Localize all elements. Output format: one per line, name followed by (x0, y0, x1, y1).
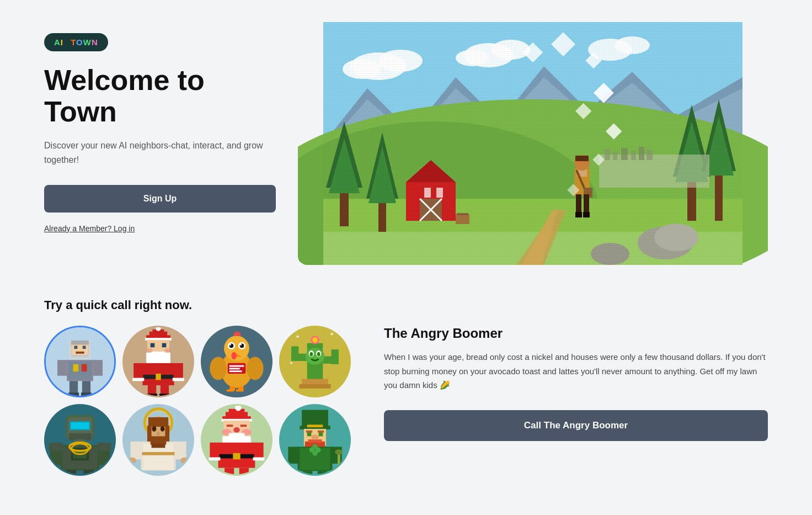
svg-rect-234 (318, 431, 324, 433)
svg-rect-78 (73, 364, 79, 371)
logo-letter-n: N (92, 38, 98, 47)
svg-point-201 (180, 457, 189, 463)
hero-pixel-scene (298, 22, 768, 265)
svg-rect-223 (253, 457, 265, 460)
svg-point-132 (210, 357, 227, 380)
svg-rect-104 (156, 374, 161, 380)
character-avatar-2[interactable] (122, 326, 194, 397)
svg-rect-145 (332, 349, 339, 364)
signup-button[interactable]: Sign Up (44, 185, 276, 213)
svg-rect-72 (74, 346, 78, 349)
call-button[interactable]: Call The Angry Boomer (384, 410, 768, 441)
character-info-panel: The Angry Boomer When I was your age, br… (384, 298, 768, 441)
bottom-section: Try a quick call right now. (44, 298, 768, 476)
svg-rect-85 (81, 392, 92, 396)
logo-letter-t: T (71, 38, 76, 47)
character-avatar-4[interactable] (279, 326, 351, 397)
logo-text: AI TOWN (54, 38, 98, 47)
svg-rect-189 (175, 442, 186, 459)
svg-rect-231 (307, 432, 312, 437)
logo-letter-o: O (76, 38, 83, 47)
svg-rect-222 (209, 457, 220, 460)
svg-rect-249 (303, 471, 312, 474)
svg-point-244 (312, 444, 318, 450)
svg-rect-187 (141, 452, 176, 455)
svg-point-122 (240, 344, 242, 346)
svg-rect-210 (241, 424, 247, 427)
svg-point-126 (231, 352, 237, 359)
svg-point-155 (317, 352, 320, 357)
svg-point-213 (233, 427, 239, 433)
svg-rect-146 (306, 348, 308, 349)
svg-rect-105 (133, 363, 143, 380)
svg-rect-168 (69, 433, 91, 440)
svg-rect-129 (229, 365, 244, 367)
logo-badge: AI TOWN (44, 33, 108, 51)
svg-rect-131 (229, 370, 242, 372)
svg-rect-214 (229, 433, 245, 437)
svg-point-238 (311, 434, 318, 440)
svg-rect-108 (173, 378, 184, 381)
svg-rect-149 (322, 348, 324, 349)
character-avatar-8[interactable] (279, 404, 351, 476)
character-grid (44, 326, 351, 476)
svg-rect-83 (82, 381, 90, 394)
svg-rect-225 (239, 468, 249, 474)
svg-rect-229 (307, 424, 323, 427)
svg-rect-193 (148, 417, 168, 427)
svg-rect-224 (225, 468, 234, 474)
svg-rect-106 (174, 363, 183, 380)
svg-rect-111 (147, 394, 157, 396)
svg-rect-209 (227, 424, 233, 427)
svg-rect-73 (83, 346, 86, 349)
svg-rect-178 (49, 443, 63, 451)
svg-rect-95 (162, 343, 167, 348)
svg-rect-247 (338, 452, 340, 472)
character-avatar-1[interactable] (44, 326, 116, 397)
svg-rect-219 (233, 453, 240, 459)
hero-title: Welcome to Town (44, 65, 276, 128)
character-avatar-5[interactable] (44, 404, 116, 476)
logo-letter-a: A (54, 38, 61, 47)
svg-rect-221 (254, 443, 263, 460)
svg-rect-197 (157, 432, 159, 436)
login-link[interactable]: Already a Member? Log in (44, 224, 135, 233)
hero-image (298, 22, 768, 265)
svg-rect-74 (76, 352, 84, 354)
svg-point-195 (152, 426, 157, 432)
character-description: When I was your age, bread only cost a n… (384, 350, 768, 392)
svg-point-200 (128, 457, 136, 463)
svg-point-248 (335, 449, 342, 455)
svg-rect-107 (132, 378, 144, 381)
character-avatar-6[interactable] (122, 404, 194, 476)
svg-rect-81 (93, 360, 103, 376)
svg-rect-77 (68, 362, 92, 379)
svg-rect-82 (70, 381, 78, 394)
svg-point-196 (161, 426, 165, 432)
svg-rect-143 (291, 346, 298, 361)
svg-rect-167 (71, 423, 89, 429)
logo-letter-w: W (83, 38, 92, 47)
character-avatar-3[interactable] (201, 326, 273, 397)
svg-rect-188 (130, 442, 142, 459)
svg-rect-181 (84, 470, 94, 474)
svg-point-151 (306, 348, 324, 365)
characters-section: Try a quick call right now. (44, 298, 351, 476)
svg-rect-137 (230, 390, 234, 392)
svg-rect-79 (82, 364, 87, 371)
svg-point-121 (229, 344, 231, 346)
character-name: The Angry Boomer (384, 326, 768, 341)
svg-rect-112 (159, 394, 170, 396)
svg-rect-198 (151, 436, 167, 444)
character-avatar-7[interactable] (201, 404, 273, 476)
svg-rect-233 (306, 431, 312, 433)
svg-rect-75 (71, 341, 89, 345)
svg-rect-58 (323, 22, 742, 265)
logo-letter-i: I (61, 38, 63, 47)
svg-rect-94 (151, 343, 155, 348)
hero-section: AI TOWN Welcome to Town Discover your ne… (44, 22, 768, 265)
svg-rect-250 (318, 471, 327, 474)
svg-rect-162 (299, 384, 330, 389)
page-wrapper: AI TOWN Welcome to Town Discover your ne… (0, 0, 812, 498)
svg-point-133 (247, 357, 264, 380)
